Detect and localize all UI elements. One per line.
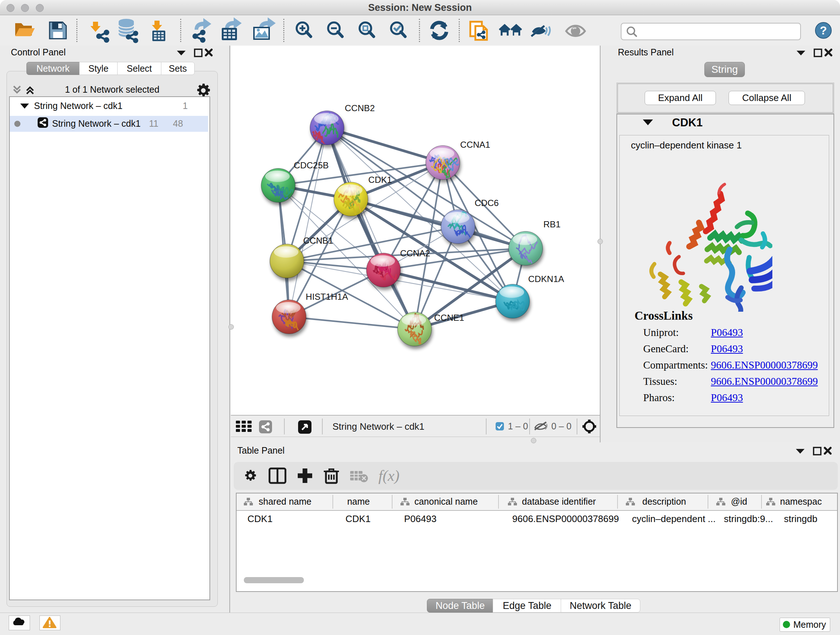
svg-text:CCNB1: CCNB1	[303, 236, 333, 245]
svg-text:P06493: P06493	[404, 513, 437, 524]
svg-text:name: name	[347, 496, 370, 507]
svg-text:HIST1H1A: HIST1H1A	[306, 292, 348, 302]
svg-text:CDC6: CDC6	[475, 198, 499, 208]
svg-text:CCNA1: CCNA1	[460, 140, 490, 149]
svg-text:9606.ENSP00000378699: 9606.ENSP00000378699	[512, 513, 619, 524]
svg-text:CDK1: CDK1	[248, 513, 272, 524]
svg-text:CCNE1: CCNE1	[434, 313, 464, 323]
svg-text:stringdb: stringdb	[784, 513, 818, 524]
svg-text:CDKN1A: CDKN1A	[528, 274, 564, 284]
svg-text:RB1: RB1	[543, 219, 561, 229]
svg-text:CDC25B: CDC25B	[294, 160, 329, 170]
svg-text:CDK1: CDK1	[368, 175, 392, 185]
svg-text:CDK1: CDK1	[346, 513, 370, 524]
svg-text:1 – 0: 1 – 0	[508, 421, 528, 431]
svg-text:cyclin–dependent ...: cyclin–dependent ...	[632, 513, 715, 524]
svg-text:shared name: shared name	[259, 496, 311, 507]
svg-text:description: description	[643, 496, 686, 507]
svg-text:f(x): f(x)	[378, 467, 399, 485]
svg-text:@id: @id	[731, 496, 747, 507]
svg-text:namespac: namespac	[780, 496, 821, 507]
svg-text:stringdb:9...: stringdb:9...	[724, 513, 773, 524]
svg-text:canonical name: canonical name	[414, 496, 477, 507]
svg-text:0 – 0: 0 – 0	[551, 421, 572, 431]
svg-text:String Network – cdk1: String Network – cdk1	[332, 421, 424, 432]
svg-text:CCNA2: CCNA2	[400, 249, 430, 258]
svg-text:database identifier: database identifier	[522, 496, 596, 507]
svg-text:?: ?	[820, 24, 827, 37]
svg-text:CCNB2: CCNB2	[345, 103, 375, 113]
